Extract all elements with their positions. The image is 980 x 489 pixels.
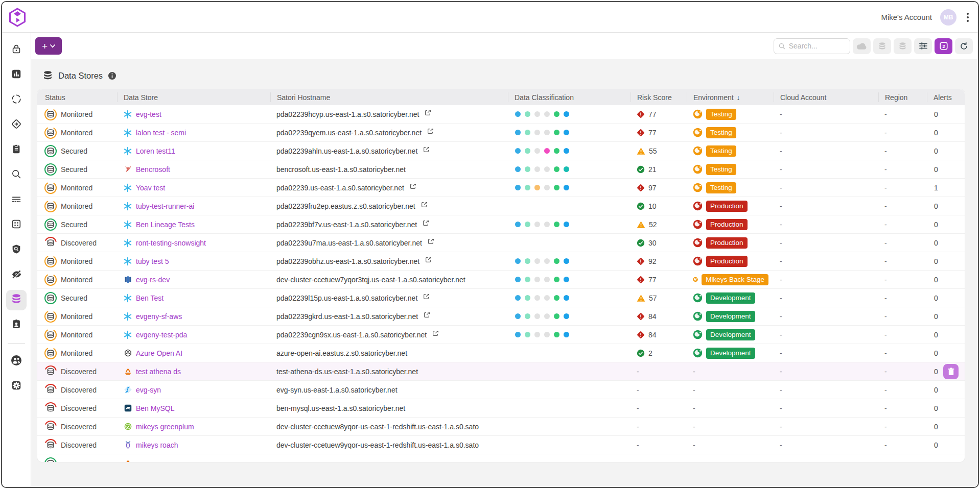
active-filters-button[interactable]: 2 — [935, 38, 952, 54]
info-icon[interactable] — [108, 71, 116, 80]
sort-desc-arrow-icon[interactable]: ↓ — [737, 93, 740, 102]
data-store-cell: Bencrosoft — [117, 165, 270, 174]
table-row-mikeys-roach[interactable]: Discoveredmikeys roachdev-cluster-ccetue… — [37, 436, 965, 454]
table-row-loren-test11[interactable]: SecuredLoren test11pda02239ahln.us-east-… — [37, 142, 965, 160]
sidebar-item-posture-shield-search[interactable] — [6, 240, 27, 260]
sidebar-item-dashboard-chart[interactable] — [6, 65, 27, 85]
data-store-link[interactable]: Azure Open AI — [136, 349, 182, 357]
table-row-mikeys-greenplum[interactable]: Discoveredmikeys greenplumdev-cluster-cc… — [37, 418, 965, 436]
status-secured-icon — [44, 291, 57, 305]
sidebar-item-masking-eye-off[interactable] — [6, 265, 27, 285]
data-store-link[interactable]: Ben Test — [136, 294, 164, 302]
column-header-status[interactable]: Status — [37, 92, 117, 102]
table-row-evgeny-sf-aws[interactable]: Monitoredevgeny-sf-awspda02239gkrd.us-ea… — [37, 307, 965, 326]
sidebar-item-identities-id-badge[interactable] — [6, 315, 27, 335]
sidebar-item-dataflow-scan[interactable] — [6, 90, 27, 110]
data-store-link[interactable]: evgeny-sf-aws — [136, 312, 182, 321]
search-input[interactable] — [789, 42, 845, 50]
data-store-link[interactable]: Loren test11 — [136, 147, 175, 155]
column-header-cloud-account[interactable]: Cloud Account — [774, 92, 878, 102]
table-row-yoav-test[interactable]: MonitoredYoav testpda02239.us-east-1.a.s… — [37, 179, 965, 197]
table-row-ben-test[interactable]: SecuredBen Testpda02239l15p.us-east-1.a.… — [37, 289, 965, 307]
external-link-icon[interactable] — [421, 202, 428, 208]
classification-dots — [508, 111, 631, 117]
external-link-icon[interactable] — [423, 221, 429, 227]
external-link-icon[interactable] — [428, 239, 434, 245]
data-store-link[interactable]: evg-rs-dev — [136, 276, 170, 284]
external-link-icon[interactable] — [432, 331, 439, 337]
external-link-icon[interactable] — [410, 184, 416, 190]
column-header-environment[interactable]: Environment↓ — [687, 92, 774, 102]
datastore-view-button-2[interactable] — [894, 38, 912, 54]
data-store-link[interactable]: evg-syn — [136, 386, 161, 394]
sliders-icon — [919, 42, 928, 50]
data-store-link[interactable]: mikeys greenplum — [136, 423, 194, 431]
column-header-data-store[interactable]: Data Store — [117, 92, 270, 102]
sidebar-item-datasets-grid[interactable] — [6, 215, 27, 235]
data-store-link[interactable]: Bencrosoft — [136, 165, 170, 174]
data-store-link[interactable]: ront-testing-snowsight — [136, 239, 206, 247]
data-store-link[interactable]: mikeys roach — [136, 441, 178, 449]
external-link-icon[interactable] — [423, 147, 430, 153]
column-header-data-classification[interactable]: Data Classification — [508, 92, 631, 102]
hostname-cell: pda02239gkrd.us-east-1.a.s0.satoricyber.… — [270, 312, 508, 321]
table-row-tuby-test-runner-ai[interactable]: Monitoredtuby-test-runner-aipda02239fru2… — [37, 197, 965, 215]
data-store-link[interactable]: lalon test - semi — [136, 129, 186, 137]
cloud-account-cell: - — [774, 368, 878, 376]
data-store-link[interactable]: Yoav test — [136, 184, 165, 192]
table-row-bencrosoft[interactable]: SecuredBencrosoftbencrosoft.us-east-1.a.… — [37, 160, 965, 179]
external-link-icon[interactable] — [423, 294, 430, 300]
delete-data-store-button[interactable] — [943, 364, 959, 379]
table-row-partial[interactable] — [37, 454, 965, 462]
data-store-link[interactable]: evgeny-test-pda — [136, 331, 187, 339]
dashboard-chart-icon — [11, 68, 22, 82]
table-row-azure-open-ai[interactable]: MonitoredAzure Open AIazure-open-ai.east… — [37, 344, 965, 362]
account-name[interactable]: Mike's Account — [881, 13, 932, 21]
sidebar-item-settings-gear[interactable] — [6, 376, 27, 397]
column-header-region[interactable]: Region — [878, 92, 927, 102]
sidebar-item-policies-diamond-arrow[interactable] — [6, 115, 27, 135]
data-store-link[interactable]: tuby test 5 — [136, 257, 169, 265]
sidebar-item-account-users[interactable] — [6, 351, 27, 372]
external-link-icon[interactable] — [425, 257, 432, 263]
data-store-link[interactable]: Ben MySQL — [136, 404, 174, 412]
table-row-ront-testing-snowsight[interactable]: Discoveredront-testing-snowsightpda02239… — [37, 234, 965, 252]
add-data-store-button[interactable]: + — [35, 37, 62, 55]
user-avatar[interactable]: MB — [940, 9, 956, 26]
column-header-alerts[interactable]: Alerts — [927, 92, 965, 102]
table-row-evgeny-test-pda[interactable]: Monitoredevgeny-test-pdapda02239cgn9sx.u… — [37, 326, 965, 344]
column-header-risk-score[interactable]: Risk Score — [631, 92, 687, 102]
sidebar-item-access-lock[interactable] — [6, 40, 27, 60]
external-link-icon[interactable] — [427, 129, 434, 135]
table-row-evg-syn[interactable]: Discoveredevg-synevg-syn.us-east-1.a.s0.… — [37, 381, 965, 399]
table-row-test-athena-ds[interactable]: Discoveredtest athena dstest-athena-ds.u… — [37, 362, 965, 381]
external-link-icon[interactable] — [424, 312, 430, 319]
sidebar-item-query-list[interactable] — [6, 190, 27, 210]
external-link-icon[interactable] — [425, 110, 431, 116]
table-row-ben-mysql[interactable]: DiscoveredBen MySQLben-mysql.us-east-1.a… — [37, 399, 965, 418]
hostname-cell: dev-cluster-ccetuew8yqor-us-east-1-redsh… — [270, 423, 508, 431]
classification-dots — [508, 295, 631, 301]
more-options-kebab-icon[interactable] — [965, 11, 971, 24]
refresh-button[interactable] — [955, 38, 973, 54]
table-row-lalon-test-semi[interactable]: Monitoredlalon test - semipda02239qyem.u… — [37, 124, 965, 142]
cloud-view-button[interactable] — [853, 38, 871, 54]
search-input-wrap — [774, 38, 850, 54]
table-row-ben-lineage-tests[interactable]: SecuredBen Lineage Testspda02239bf7v.us-… — [37, 215, 965, 234]
datastore-view-button-1[interactable] — [873, 38, 891, 54]
data-store-link[interactable]: test athena ds — [136, 368, 181, 376]
sidebar-item-audit-clipboard[interactable] — [6, 140, 27, 160]
data-store-link[interactable]: evg-test — [136, 110, 161, 118]
table-row-evg-rs-dev[interactable]: Monitoredevg-rs-devdev-cluster-ccetuew7y… — [37, 271, 965, 289]
environment-globe-icon — [693, 293, 703, 303]
data-store-link[interactable]: tuby-test-runner-ai — [136, 202, 194, 210]
cloud-account-cell: - — [774, 441, 878, 449]
sidebar-item-search[interactable] — [6, 165, 27, 185]
column-settings-button[interactable] — [914, 38, 932, 54]
column-header-satori-hostname[interactable]: Satori Hostname — [270, 92, 508, 102]
table-row-evg-test[interactable]: Monitoredevg-testpda02239hcyp.us-east-1.… — [37, 105, 965, 124]
table-row-tuby-test-5[interactable]: Monitoredtuby test 5pda02239obhz.us-east… — [37, 252, 965, 271]
status-cell: Discovered — [37, 438, 117, 452]
data-store-link[interactable]: Ben Lineage Tests — [136, 221, 195, 229]
sidebar-item-data-stores-database[interactable] — [6, 290, 27, 310]
